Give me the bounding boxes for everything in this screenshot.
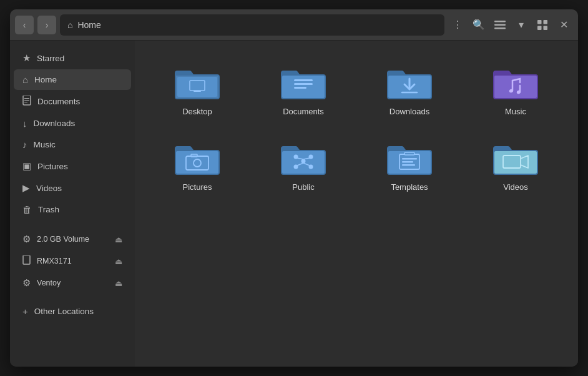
forward-button[interactable]: › [37,16,56,34]
sidebar-item-other-locations[interactable]: + Other Locations [14,301,131,322]
svg-rect-4 [544,20,548,24]
documents-icon [22,96,31,107]
vol1-icon: ⚙ [22,234,31,245]
svg-rect-12 [177,77,217,97]
svg-rect-2 [494,27,506,29]
svg-rect-9 [24,100,29,101]
pictures-icon: ▣ [22,161,31,172]
grid-view-icon [537,20,547,30]
folder-grid: Desktop Documents [147,53,566,198]
public-folder-icon [278,137,328,177]
downloads-folder-label: Downloads [390,107,429,116]
sidebar-label-home: Home [34,75,57,84]
svg-rect-6 [544,26,548,30]
music-folder-icon [491,62,541,102]
ventoy-eject-button[interactable]: ⏏ [115,279,122,288]
folder-public[interactable]: Public [253,129,353,198]
svg-rect-3 [537,20,542,24]
home-sidebar-icon: ⌂ [22,74,28,85]
sidebar-label-documents: Documents [37,97,80,106]
templates-folder-label: Templates [391,182,428,192]
videos-icon: ▶ [22,182,30,194]
folder-pictures[interactable]: Pictures [147,129,247,198]
svg-rect-40 [402,161,413,163]
sidebar-label-pictures: Pictures [37,162,68,171]
svg-rect-16 [294,79,313,81]
svg-rect-43 [494,151,537,174]
titlebar-actions: ⋮ 🔍 ▾ ✕ [448,16,573,34]
svg-rect-14 [194,91,201,92]
list-view-button[interactable] [491,16,509,34]
file-manager-window: ‹ › ⌂ Home ⋮ 🔍 ▾ [10,9,578,367]
svg-rect-22 [494,76,537,98]
svg-rect-8 [24,98,29,99]
address-text: Home [77,20,100,30]
svg-rect-5 [537,26,542,30]
search-button[interactable]: 🔍 [469,16,488,34]
grid-view-button[interactable] [533,16,552,34]
back-button[interactable]: ‹ [15,16,34,34]
sidebar-item-trash[interactable]: 🗑 Trash [14,199,131,220]
ventoy-icon: ⚙ [22,277,31,289]
star-icon: ★ [22,52,31,64]
titlebar: ‹ › ⌂ Home ⋮ 🔍 ▾ [10,9,578,41]
videos-folder-label: Videos [503,182,528,192]
rmx3171-eject-button[interactable]: ⏏ [115,257,122,266]
home-icon: ⌂ [67,20,72,30]
music-folder-label: Music [505,107,526,116]
svg-rect-1 [494,24,506,26]
svg-point-28 [301,159,306,164]
sort-button[interactable]: ▾ [512,16,531,34]
documents-folder-label: Documents [283,107,324,116]
templates-folder-icon [385,137,434,177]
desktop-folder-icon [172,62,222,102]
desktop-folder-label: Desktop [182,107,212,116]
videos-folder-icon [491,137,541,177]
folder-documents[interactable]: Documents [253,53,353,122]
sidebar-item-home[interactable]: ⌂ Home [14,69,131,90]
svg-rect-41 [402,164,415,166]
sidebar-item-documents[interactable]: Documents [14,91,131,112]
sidebar-label-downloads: Downloads [34,119,76,128]
close-button[interactable]: ✕ [554,16,573,34]
menu-button[interactable]: ⋮ [448,16,467,34]
sidebar-label-other-locations: Other Locations [34,307,94,316]
sidebar-label-music: Music [34,140,56,149]
sidebar: ★ Starred ⌂ Home Documents ↓ Downloads ♪… [10,41,135,367]
music-icon: ♪ [22,139,27,150]
sidebar-label-videos: Videos [36,184,62,193]
sidebar-item-music[interactable]: ♪ Music [14,134,131,155]
downloads-folder-icon [385,62,434,102]
sidebar-item-rmx3171[interactable]: RMX3171 ⏏ [14,250,131,272]
sidebar-label-vol1: 2.0 GB Volume [37,235,89,244]
sidebar-item-ventoy[interactable]: ⚙ Ventoy ⏏ [14,272,131,294]
svg-rect-10 [24,102,27,102]
vol1-eject-button[interactable]: ⏏ [115,235,122,244]
trash-icon: 🗑 [22,204,32,215]
folder-templates[interactable]: Templates [360,129,459,198]
sidebar-label-trash: Trash [38,205,59,214]
svg-rect-0 [494,21,506,22]
svg-rect-17 [294,83,313,85]
svg-rect-42 [404,152,414,155]
folder-music[interactable]: Music [466,53,566,122]
public-folder-label: Public [292,182,314,192]
svg-rect-39 [402,158,417,160]
sidebar-item-vol1[interactable]: ⚙ 2.0 GB Volume ⏏ [14,229,131,250]
pictures-folder-label: Pictures [183,182,212,192]
sidebar-item-pictures[interactable]: ▣ Pictures [14,156,131,177]
pictures-folder-icon [172,137,222,177]
folder-desktop[interactable]: Desktop [147,53,247,122]
sidebar-item-downloads[interactable]: ↓ Downloads [14,113,131,134]
folder-downloads[interactable]: Downloads [360,53,459,122]
folder-videos[interactable]: Videos [466,129,566,198]
address-bar[interactable]: ⌂ Home [60,14,444,36]
content-area: Desktop Documents [135,41,578,367]
sidebar-label-ventoy: Ventoy [37,279,61,287]
rmx3171-icon [22,255,31,267]
main-layout: ★ Starred ⌂ Home Documents ↓ Downloads ♪… [10,41,578,367]
documents-folder-icon [278,62,328,102]
sidebar-item-starred[interactable]: ★ Starred [14,47,131,69]
sidebar-item-videos[interactable]: ▶ Videos [14,177,131,199]
sidebar-label-starred: Starred [37,54,64,63]
